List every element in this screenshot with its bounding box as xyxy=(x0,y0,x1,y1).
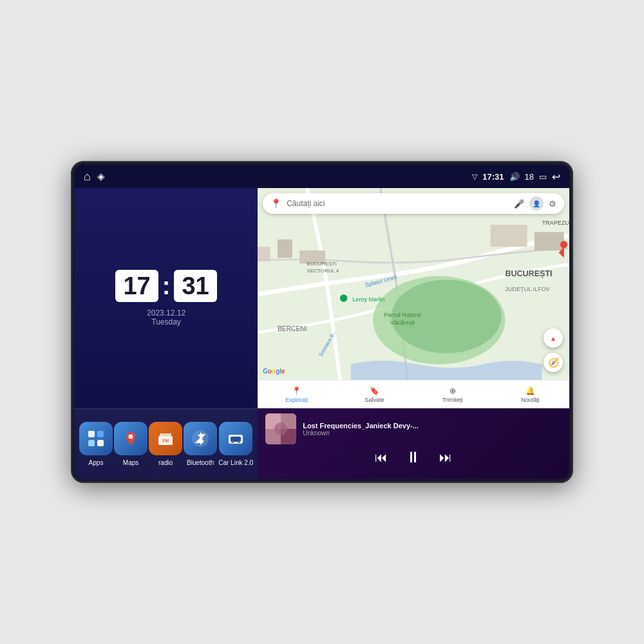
svg-rect-1 xyxy=(97,431,104,437)
map-settings-icon[interactable]: ⚙ xyxy=(549,199,556,209)
music-text: Lost Frequencies_Janieck Devy-... Unknow… xyxy=(303,422,562,437)
battery-icon: ▭ xyxy=(539,172,547,182)
svg-text:BUCUREȘTI: BUCUREȘTI xyxy=(506,269,553,278)
clock-day: Tuesday xyxy=(147,317,185,327)
app-item-carlink[interactable]: Car Link 2.0 xyxy=(218,422,253,466)
status-time: 17:31 xyxy=(482,172,504,182)
carlink-label: Car Link 2.0 xyxy=(218,459,253,466)
map-tab-noutati-icon: 🔔 xyxy=(526,386,535,395)
map-tab-trimiteti-icon: ⊕ xyxy=(450,386,456,395)
map-tab-salvate-icon: 🔖 xyxy=(370,386,379,395)
map-tab-explorați[interactable]: 📍 Explorați xyxy=(258,386,336,403)
app-item-bluetooth[interactable]: Bluetooth xyxy=(184,422,217,466)
device-frame: ⌂ ◈ ▽ 17:31 🔊 18 ▭ ↩ 17 : xyxy=(71,161,573,483)
svg-text:Leroy Merlin: Leroy Merlin xyxy=(352,296,384,303)
map-tab-explorați-label: Explorați xyxy=(285,397,308,403)
svg-point-32 xyxy=(340,294,347,301)
svg-text:SECTORUL 4: SECTORUL 4 xyxy=(307,268,339,274)
svg-text:TRAPEZULUI: TRAPEZULUI xyxy=(542,220,569,226)
bluetooth-label: Bluetooth xyxy=(187,459,214,466)
svg-rect-2 xyxy=(88,440,95,446)
map-search-bar[interactable]: 📍 Căutați aici 🎤 👤 ⚙ xyxy=(263,193,564,214)
maps-pin-icon[interactable]: ◈ xyxy=(97,171,105,182)
clock-date: 2023.12.12 xyxy=(147,308,185,317)
svg-rect-7 xyxy=(160,433,171,436)
svg-point-38 xyxy=(274,422,287,435)
apps-row: Apps Maps xyxy=(75,408,258,479)
carlink-icon xyxy=(219,422,252,455)
music-thumbnail xyxy=(265,413,296,444)
clock-minutes: 31 xyxy=(174,270,216,302)
status-bar: ⌂ ◈ ▽ 17:31 🔊 18 ▭ ↩ xyxy=(75,165,569,188)
google-logo: Google xyxy=(263,368,285,375)
home-icon[interactable]: ⌂ xyxy=(84,170,91,184)
map-tab-trimiteti[interactable]: ⊕ Trimiteți xyxy=(413,386,491,403)
map-mic-icon[interactable]: 🎤 xyxy=(514,199,524,209)
maps-label: Maps xyxy=(123,459,138,466)
svg-rect-3 xyxy=(97,440,104,446)
music-player: Lost Frequencies_Janieck Devy-... Unknow… xyxy=(258,408,569,479)
svg-point-11 xyxy=(231,440,234,443)
app-item-maps[interactable]: Maps xyxy=(114,422,147,466)
map-area[interactable]: BUCUREȘTI JUDEȚUL ILFOV Parcul Natural V… xyxy=(258,188,569,408)
svg-text:FM: FM xyxy=(162,439,169,443)
music-artist: Unknown xyxy=(303,430,562,437)
svg-rect-20 xyxy=(535,232,564,251)
app-item-apps[interactable]: Apps xyxy=(79,422,113,466)
signal-icon: ▽ xyxy=(472,173,477,181)
clock-hours: 17 xyxy=(115,270,158,302)
apps-icon xyxy=(79,422,113,455)
map-tab-salvate-label: Salvate xyxy=(365,397,384,403)
apps-label: Apps xyxy=(89,459,104,466)
map-tab-noutati-label: Noutăți xyxy=(521,397,540,403)
map-search-input[interactable]: Căutați aici xyxy=(287,199,509,208)
svg-point-12 xyxy=(238,440,240,443)
clock-colon: : xyxy=(162,272,171,300)
map-location-button[interactable]: 🧭 xyxy=(544,353,563,372)
svg-text:JUDEȚUL ILFOV: JUDEȚUL ILFOV xyxy=(506,286,551,292)
map-search-pin-icon: 📍 xyxy=(270,198,281,209)
status-right-icons: ▽ 17:31 🔊 18 ▭ ↩ xyxy=(472,171,560,183)
clock-display: 17 : 31 xyxy=(115,270,216,302)
radio-label: radio xyxy=(158,459,173,466)
map-tab-explorați-icon: 📍 xyxy=(292,386,301,395)
music-play-pause-button[interactable]: ⏸ xyxy=(406,448,421,466)
main-content: 17 : 31 2023.12.12 Tuesday xyxy=(75,188,569,479)
radio-icon: FM xyxy=(149,422,182,455)
device-screen: ⌂ ◈ ▽ 17:31 🔊 18 ▭ ↩ 17 : xyxy=(75,165,569,479)
map-svg: BUCUREȘTI JUDEȚUL ILFOV Parcul Natural V… xyxy=(258,188,569,408)
svg-text:Văcărești: Văcărești xyxy=(390,319,415,326)
battery-level: 18 xyxy=(525,172,534,182)
music-thumb-inner xyxy=(265,413,296,444)
svg-rect-16 xyxy=(258,247,270,261)
svg-text:BUCUREȘTI: BUCUREȘTI xyxy=(307,261,337,267)
svg-rect-19 xyxy=(491,225,527,247)
volume-icon[interactable]: 🔊 xyxy=(509,172,520,182)
map-tab-trimiteti-label: Trimiteți xyxy=(442,397,463,403)
music-prev-button[interactable]: ⏮ xyxy=(375,451,388,464)
map-tabs: 📍 Explorați 🔖 Salvate ⊕ Trimiteți 🔔 xyxy=(258,380,569,408)
status-left-icons: ⌂ ◈ xyxy=(84,170,105,184)
bluetooth-icon xyxy=(184,422,217,455)
clock-date-area: 2023.12.12 Tuesday xyxy=(147,308,185,327)
map-tab-noutati[interactable]: 🔔 Noutăți xyxy=(491,386,569,403)
maps-icon xyxy=(114,422,147,455)
svg-rect-17 xyxy=(278,240,292,258)
back-icon[interactable]: ↩ xyxy=(552,171,560,183)
svg-text:Parcul Natural: Parcul Natural xyxy=(384,312,421,318)
music-next-button[interactable]: ⏭ xyxy=(439,451,452,464)
left-panel: 17 : 31 2023.12.12 Tuesday xyxy=(75,188,258,479)
clock-widget: 17 : 31 2023.12.12 Tuesday xyxy=(75,188,258,408)
svg-text:BERCENI: BERCENI xyxy=(278,325,307,332)
svg-point-4 xyxy=(129,435,133,439)
map-compass-button[interactable]: ▲ xyxy=(544,328,563,348)
music-controls: ⏮ ⏸ ⏭ xyxy=(265,448,562,466)
svg-point-34 xyxy=(560,241,567,248)
map-user-avatar[interactable]: 👤 xyxy=(529,196,544,211)
map-tab-salvate[interactable]: 🔖 Salvate xyxy=(336,386,413,403)
svg-rect-0 xyxy=(88,431,95,437)
music-title: Lost Frequencies_Janieck Devy-... xyxy=(303,422,562,430)
right-panel: BUCUREȘTI JUDEȚUL ILFOV Parcul Natural V… xyxy=(258,188,569,479)
app-item-radio[interactable]: FM radio xyxy=(149,422,182,466)
music-info-row: Lost Frequencies_Janieck Devy-... Unknow… xyxy=(265,413,562,444)
